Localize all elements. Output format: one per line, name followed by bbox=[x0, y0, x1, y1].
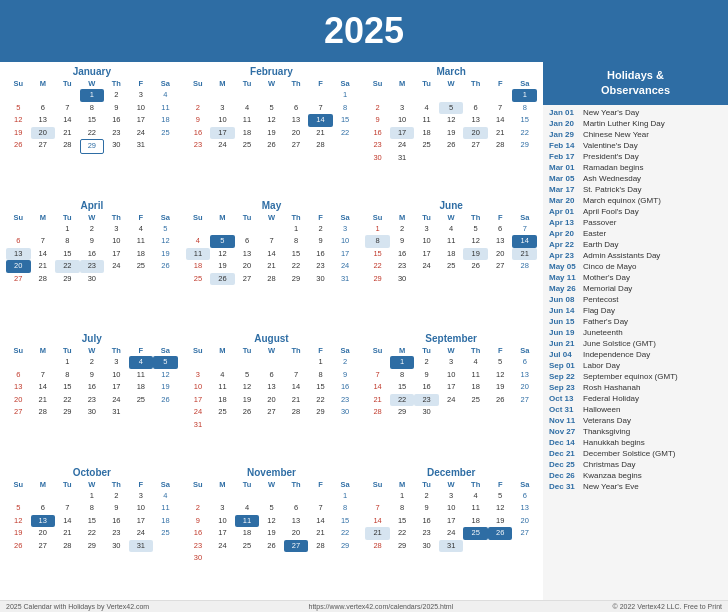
day-cell: 9 bbox=[390, 235, 415, 248]
day-cell: 12 bbox=[6, 515, 31, 528]
day-cell: 8 bbox=[333, 102, 358, 115]
day-cell: 1 bbox=[512, 89, 537, 102]
day-cell: 30 bbox=[104, 139, 129, 154]
day-cell bbox=[55, 89, 80, 102]
day-cell: 22 bbox=[390, 394, 415, 407]
holiday-item: Jun 21June Solstice (GMT) bbox=[549, 338, 722, 349]
day-cell: 21 bbox=[55, 527, 80, 540]
day-cell: 7 bbox=[365, 369, 390, 382]
year-label: 2025 bbox=[324, 10, 404, 51]
day-cell: 28 bbox=[308, 139, 333, 152]
day-header-su: Su bbox=[186, 78, 211, 89]
day-header-sa: Sa bbox=[512, 479, 537, 490]
day-cell: 23 bbox=[80, 394, 105, 407]
holiday-item: May 11Mother's Day bbox=[549, 272, 722, 283]
holiday-item: Mar 20March equinox (GMT) bbox=[549, 195, 722, 206]
holiday-date: Jun 15 bbox=[549, 317, 579, 326]
day-cell: 26 bbox=[259, 540, 284, 553]
day-cell: 9 bbox=[186, 515, 211, 528]
day-cell: 15 bbox=[308, 381, 333, 394]
day-cell: 29 bbox=[365, 273, 390, 286]
day-cell: 15 bbox=[284, 248, 309, 261]
day-header-m: M bbox=[390, 479, 415, 490]
day-cell: 11 bbox=[129, 369, 154, 382]
day-cell bbox=[439, 273, 464, 286]
day-cell: 16 bbox=[104, 515, 129, 528]
day-cell: 8 bbox=[390, 369, 415, 382]
day-cell: 24 bbox=[414, 260, 439, 273]
day-cell: 2 bbox=[186, 502, 211, 515]
day-cell: 23 bbox=[414, 527, 439, 540]
day-cell: 15 bbox=[55, 248, 80, 261]
day-cell: 20 bbox=[512, 515, 537, 528]
day-header-tu: Tu bbox=[235, 212, 260, 223]
holiday-item: Dec 26Kwanzaa begins bbox=[549, 470, 722, 481]
day-cell: 8 bbox=[80, 502, 105, 515]
day-cell bbox=[512, 152, 537, 165]
holiday-name: Passover bbox=[583, 218, 616, 227]
day-cell: 11 bbox=[439, 235, 464, 248]
day-cell: 6 bbox=[6, 235, 31, 248]
holiday-item: Dec 25Christmas Day bbox=[549, 459, 722, 470]
day-cell bbox=[31, 89, 56, 102]
day-cell: 13 bbox=[463, 114, 488, 127]
holiday-name: Labor Day bbox=[583, 361, 620, 370]
day-cell bbox=[512, 406, 537, 419]
day-cell: 17 bbox=[439, 381, 464, 394]
day-cell bbox=[365, 356, 390, 369]
day-cell: 24 bbox=[210, 540, 235, 553]
day-cell: 23 bbox=[333, 394, 358, 407]
day-cell: 30 bbox=[104, 540, 129, 553]
day-header-th: Th bbox=[284, 78, 309, 89]
holiday-item: Apr 01April Fool's Day bbox=[549, 206, 722, 217]
day-cell bbox=[153, 273, 178, 286]
day-cell: 10 bbox=[439, 369, 464, 382]
day-cell: 2 bbox=[80, 356, 105, 369]
holiday-date: Apr 13 bbox=[549, 218, 579, 227]
holiday-name: Easter bbox=[583, 229, 606, 238]
day-cell: 16 bbox=[186, 127, 211, 140]
day-cell: 20 bbox=[284, 127, 309, 140]
day-cell: 31 bbox=[333, 273, 358, 286]
day-cell: 24 bbox=[439, 527, 464, 540]
day-cell bbox=[6, 223, 31, 236]
day-cell: 20 bbox=[488, 248, 513, 261]
day-cell: 20 bbox=[6, 394, 31, 407]
day-cell: 2 bbox=[104, 89, 129, 102]
day-cell: 18 bbox=[153, 114, 178, 127]
day-cell: 25 bbox=[129, 260, 154, 273]
holiday-date: Nov 11 bbox=[549, 416, 579, 425]
month-title-february: February bbox=[186, 66, 358, 77]
day-cell: 24 bbox=[210, 139, 235, 152]
day-cell: 4 bbox=[153, 490, 178, 503]
holiday-date: Mar 17 bbox=[549, 185, 579, 194]
day-cell: 16 bbox=[80, 248, 105, 261]
holiday-item: Apr 13Passover bbox=[549, 217, 722, 228]
day-header-f: F bbox=[308, 78, 333, 89]
day-cell: 22 bbox=[80, 527, 105, 540]
day-cell bbox=[463, 540, 488, 553]
holiday-date: Dec 31 bbox=[549, 482, 579, 491]
day-cell: 28 bbox=[488, 139, 513, 152]
day-cell: 8 bbox=[390, 502, 415, 515]
day-cell bbox=[463, 406, 488, 419]
day-cell: 13 bbox=[6, 381, 31, 394]
month-title-january: January bbox=[6, 66, 178, 77]
holiday-item: Jun 08Pentecost bbox=[549, 294, 722, 305]
holiday-name: President's Day bbox=[583, 152, 639, 161]
day-header-th: Th bbox=[104, 212, 129, 223]
holiday-item: Jan 29Chinese New Year bbox=[549, 129, 722, 140]
day-cell: 12 bbox=[210, 248, 235, 261]
day-header-sa: Sa bbox=[153, 479, 178, 490]
day-cell: 7 bbox=[512, 223, 537, 236]
day-cell: 2 bbox=[390, 223, 415, 236]
day-header-sa: Sa bbox=[512, 345, 537, 356]
day-cell: 4 bbox=[210, 369, 235, 382]
day-cell: 14 bbox=[488, 114, 513, 127]
day-cell: 7 bbox=[308, 502, 333, 515]
day-cell: 31 bbox=[186, 419, 211, 432]
day-cell: 13 bbox=[284, 114, 309, 127]
day-cell bbox=[488, 540, 513, 553]
day-cell: 31 bbox=[104, 406, 129, 419]
day-cell: 6 bbox=[284, 102, 309, 115]
